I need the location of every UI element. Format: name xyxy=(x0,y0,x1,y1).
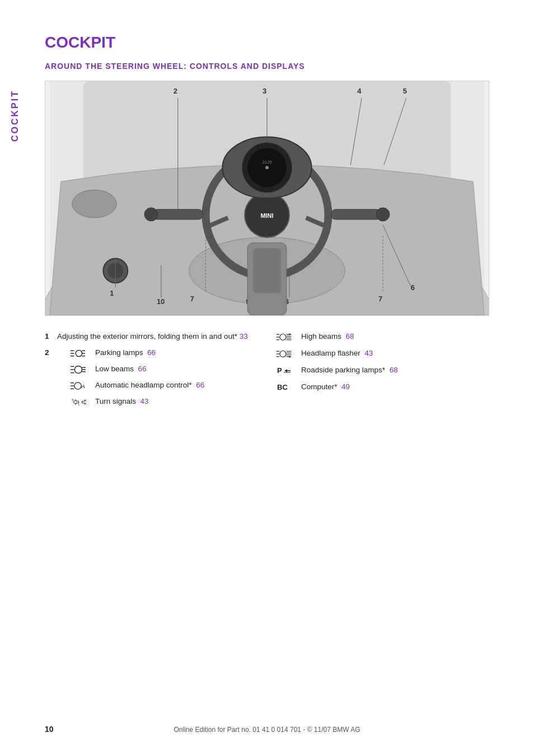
section-title: AROUND THE STEERING WHEEL: CONTROLS AND … xyxy=(45,62,489,71)
svg-text:7: 7 xyxy=(378,295,382,303)
auto-headlamp-icon: A xyxy=(69,380,93,391)
sidebar-label: COCKPIT xyxy=(10,90,20,142)
legend-right: High beams 68 xyxy=(275,332,489,418)
parking-lamps-text: Parking lamps 66 xyxy=(95,348,204,358)
svg-point-19 xyxy=(376,208,390,221)
low-beams-text: Low beams 66 xyxy=(95,364,204,375)
svg-marker-70 xyxy=(82,400,87,404)
roadside-parking-text: Roadside parking lamps* 68 xyxy=(301,365,489,376)
headlamp-flasher-icon xyxy=(275,348,299,360)
legend-container: 1 Adjusting the exterior mirrors, foldin… xyxy=(45,332,489,418)
sub-item-low-beams: Low beams 66 xyxy=(69,364,204,375)
svg-text:WCO1-06AVI: WCO1-06AVI xyxy=(475,314,479,315)
high-beams-text: High beams 68 xyxy=(301,332,489,342)
svg-marker-91 xyxy=(285,369,287,372)
legend-item-high-beams: High beams 68 xyxy=(275,332,489,343)
svg-text:L: L xyxy=(78,403,80,406)
sub-item-parking-lamps: Parking lamps 66 xyxy=(69,348,204,359)
svg-point-83 xyxy=(280,351,286,357)
legend-left: 1 Adjusting the exterior mirrors, foldin… xyxy=(45,332,259,418)
svg-text:7: 7 xyxy=(190,295,194,303)
svg-rect-46 xyxy=(253,249,281,293)
svg-point-74 xyxy=(280,334,286,340)
computer-text: Computer* 49 xyxy=(301,382,489,393)
auto-headlamp-text: Automatic headlamp control* 66 xyxy=(95,380,204,391)
svg-text:BC: BC xyxy=(277,383,288,391)
sub-item-turn-signals: R L Turn signals 43 xyxy=(69,396,204,408)
legend-item-headlamp-flasher: Headlamp flasher 43 xyxy=(275,348,489,360)
computer-icon: BC xyxy=(275,382,299,393)
roadside-parking-icon: P xyxy=(275,365,299,376)
legend-item-computer: BC Computer* 49 xyxy=(275,382,489,393)
svg-text:10: 10 xyxy=(157,297,165,306)
svg-point-15 xyxy=(265,166,269,169)
svg-rect-18 xyxy=(331,209,381,220)
svg-text:A: A xyxy=(81,383,85,389)
high-beams-icon xyxy=(275,332,299,343)
turn-signals-text: Turn signals 43 xyxy=(95,396,204,407)
svg-text:10:25: 10:25 xyxy=(262,160,272,164)
svg-point-65 xyxy=(74,382,81,389)
svg-text:MINI: MINI xyxy=(260,212,273,219)
turn-signals-icon: R L xyxy=(69,396,93,408)
svg-text:1: 1 xyxy=(110,289,114,297)
page-title: COCKPIT xyxy=(45,34,489,52)
svg-text:3: 3 xyxy=(263,87,266,95)
footer-text: Online Edition for Part no. 01 41 0 014 … xyxy=(174,726,360,734)
svg-point-20 xyxy=(72,190,117,218)
parking-lamps-icon xyxy=(69,348,93,359)
svg-text:2: 2 xyxy=(174,87,177,95)
svg-text:P: P xyxy=(277,366,282,375)
legend-item-1: 1 Adjusting the exterior mirrors, foldin… xyxy=(45,332,259,342)
legend-number-1: 1 xyxy=(45,332,57,342)
svg-point-58 xyxy=(74,366,82,373)
low-beams-icon xyxy=(69,364,93,375)
svg-text:6: 6 xyxy=(411,283,415,292)
legend-sub-items-2: Parking lamps 66 xyxy=(69,348,204,413)
svg-marker-88 xyxy=(288,356,291,358)
legend-text-1: Adjusting the exterior mirrors, folding … xyxy=(57,332,259,342)
legend-number-2: 2 xyxy=(45,348,57,358)
sub-item-auto-headlamp: A Automatic headlamp control* 66 xyxy=(69,380,204,391)
svg-text:5: 5 xyxy=(403,87,407,95)
page-number: 10 xyxy=(45,725,54,734)
svg-point-17 xyxy=(144,208,158,221)
cockpit-diagram: MINI 10:25 xyxy=(45,81,489,316)
legend-item-roadside-parking: P Roadside parking lamps* 68 xyxy=(275,365,489,376)
svg-rect-16 xyxy=(153,209,203,220)
headlamp-flasher-text: Headlamp flasher 43 xyxy=(301,348,489,359)
legend-item-2: 2 xyxy=(45,348,259,413)
svg-text:R: R xyxy=(72,398,74,402)
svg-point-51 xyxy=(76,350,82,356)
svg-marker-79 xyxy=(288,333,291,335)
svg-text:4: 4 xyxy=(357,87,362,95)
